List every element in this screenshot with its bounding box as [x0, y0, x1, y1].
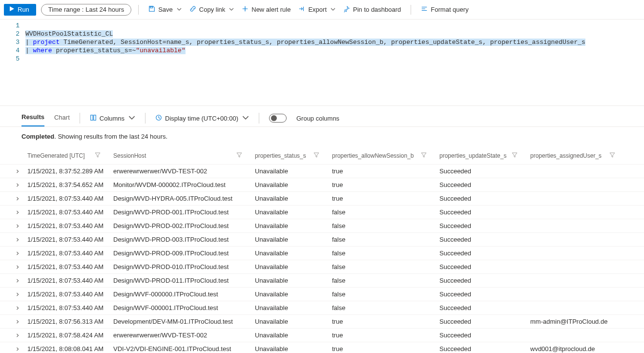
col-updatestate[interactable]: properties_updateState_s: [436, 150, 526, 161]
chevron-down-icon: [241, 114, 249, 123]
expand-row-icon[interactable]: [12, 194, 23, 203]
cell-user: [526, 238, 624, 242]
cell-host: Design/WVD-PROD-009.ITProCloud.test: [109, 248, 251, 259]
cell-status: Unavailable: [251, 343, 328, 353]
expand-row-icon[interactable]: [12, 235, 23, 244]
expand-row-icon[interactable]: [12, 167, 23, 176]
columns-icon: [90, 114, 97, 123]
save-icon: [148, 5, 155, 14]
expand-row-icon[interactable]: [12, 290, 23, 299]
filter-icon[interactable]: [236, 152, 247, 159]
table-row[interactable]: 1/15/2021, 8:07:53.440 AMDesign/WVF-0000…: [0, 288, 644, 301]
export-button[interactable]: Export: [295, 3, 338, 16]
cell-allow: false: [328, 275, 436, 286]
cell-time: 1/15/2021, 8:07:53.440 AM: [23, 234, 109, 245]
expand-row-icon[interactable]: [12, 249, 23, 258]
tab-results[interactable]: Results: [21, 110, 44, 126]
cell-allow: true: [328, 316, 436, 327]
table-row[interactable]: 1/15/2021, 8:07:53.440 AMDesign/WVD-PROD…: [0, 219, 644, 233]
code-area[interactable]: WVDHostPoolStatistic_CL | project TimeGe…: [25, 20, 644, 105]
table-row[interactable]: 1/15/2021, 8:37:54.652 AMMonitor/WVDM-00…: [0, 178, 644, 192]
cell-update: Succeeded: [436, 289, 526, 300]
cell-allow: true: [328, 193, 436, 204]
cell-user: [526, 279, 624, 283]
col-assigneduser[interactable]: properties_assignedUser_s: [526, 150, 624, 161]
table-row[interactable]: 1/15/2021, 8:07:53.440 AMDesign/WVD-PROD…: [0, 233, 644, 247]
cell-update: Succeeded: [436, 193, 526, 204]
grid-header: TimeGenerated [UTC] SessionHost properti…: [0, 147, 644, 165]
table-row[interactable]: 1/15/2021, 8:37:52.289 AMerwerewrwerwer/…: [0, 165, 644, 178]
tab-chart[interactable]: Chart: [54, 111, 70, 126]
col-allownewsession[interactable]: properties_allowNewSession_b: [328, 150, 436, 161]
grid-body: 1/15/2021, 8:37:52.289 AMerwerewrwerwer/…: [0, 165, 644, 353]
columns-button[interactable]: Columns: [90, 114, 135, 123]
table-row[interactable]: 1/15/2021, 8:07:56.313 AMDevelopment/DEV…: [0, 315, 644, 329]
cell-status: Unavailable: [251, 330, 328, 341]
run-button[interactable]: Run: [4, 4, 36, 16]
table-row[interactable]: 1/15/2021, 8:07:58.424 AMerwerewrwerwer/…: [0, 329, 644, 342]
cell-host: Design/WVD-PROD-001.ITProCloud.test: [109, 207, 251, 218]
cell-time: 1/15/2021, 8:07:53.440 AM: [23, 193, 109, 204]
format-icon: [421, 5, 428, 14]
col-status[interactable]: properties_status_s: [251, 150, 328, 161]
col-sessionhost[interactable]: SessionHost: [109, 150, 251, 161]
cell-time: 1/15/2021, 8:07:53.440 AM: [23, 248, 109, 259]
filter-icon[interactable]: [313, 152, 324, 159]
cell-host: erwerewrwerwer/WVD-TEST-002: [109, 330, 251, 341]
table-row[interactable]: 1/15/2021, 8:07:53.440 AMDesign/WVD-PROD…: [0, 247, 644, 260]
format-query-button[interactable]: Format query: [418, 3, 471, 16]
chevron-down-icon: [176, 6, 182, 13]
line-gutter: 12345: [0, 20, 25, 105]
cell-time: 1/15/2021, 8:07:53.440 AM: [23, 289, 109, 300]
table-row[interactable]: 1/15/2021, 8:07:53.440 AMDesign/WVD-PROD…: [0, 274, 644, 288]
chevron-down-icon: [228, 6, 234, 13]
cell-user: [526, 210, 624, 214]
cell-allow: true: [328, 166, 436, 177]
cell-user: [526, 169, 624, 173]
table-row[interactable]: 1/15/2021, 8:07:53.440 AMDesign/WVF-0000…: [0, 301, 644, 315]
cell-time: 1/15/2021, 8:07:53.440 AM: [23, 220, 109, 231]
col-timegenerated[interactable]: TimeGenerated [UTC]: [23, 150, 109, 161]
cell-host: Design/WVF-000001.ITProCloud.test: [109, 302, 251, 313]
filter-icon[interactable]: [421, 152, 432, 159]
pin-button[interactable]: Pin to dashboard: [340, 3, 404, 16]
cell-allow: false: [328, 289, 436, 300]
expand-row-icon[interactable]: [12, 276, 23, 285]
expand-row-icon[interactable]: [12, 208, 23, 217]
separator: [80, 113, 80, 124]
table-row[interactable]: 1/15/2021, 8:07:53.440 AMDesign/WVD-PROD…: [0, 206, 644, 219]
expand-row-icon[interactable]: [12, 263, 23, 271]
filter-icon[interactable]: [609, 152, 620, 159]
play-icon: [9, 6, 15, 13]
time-range-pill[interactable]: Time range : Last 24 hours: [41, 4, 131, 16]
cell-allow: true: [328, 179, 436, 190]
filter-icon[interactable]: [95, 152, 105, 159]
table-row[interactable]: 1/15/2021, 8:08:08.041 AMVDI-V2/VDI-ENGI…: [0, 342, 644, 353]
table-row[interactable]: 1/15/2021, 8:07:53.440 AMDesign/WVD-PROD…: [0, 260, 644, 274]
cell-time: 1/15/2021, 8:07:53.440 AM: [23, 302, 109, 313]
cell-time: 1/15/2021, 8:37:52.289 AM: [23, 166, 109, 177]
separator: [138, 5, 139, 15]
new-alert-button[interactable]: New alert rule: [239, 3, 293, 16]
time-range-label: Time range :: [48, 6, 84, 13]
copy-link-button[interactable]: Copy link: [187, 3, 237, 16]
cell-time: 1/15/2021, 8:08:08.041 AM: [23, 343, 109, 353]
separator: [259, 113, 259, 124]
filter-icon[interactable]: [512, 152, 522, 159]
expand-row-icon[interactable]: [12, 181, 23, 189]
expand-row-icon[interactable]: [12, 222, 23, 230]
cell-status: Unavailable: [251, 166, 328, 177]
expand-row-icon[interactable]: [12, 317, 23, 326]
expand-row-icon[interactable]: [12, 331, 23, 340]
table-row[interactable]: 1/15/2021, 8:07:53.440 AMDesign/WVD-HYDR…: [0, 192, 644, 206]
cell-status: Unavailable: [251, 248, 328, 259]
save-button[interactable]: Save: [145, 3, 185, 16]
expand-row-icon[interactable]: [12, 345, 23, 353]
query-editor[interactable]: 12345 WVDHostPoolStatistic_CL | project …: [0, 20, 644, 105]
expand-row-icon[interactable]: [12, 304, 23, 312]
cell-status: Unavailable: [251, 316, 328, 327]
group-columns-toggle[interactable]: [269, 114, 287, 123]
display-time-button[interactable]: Display time (UTC+00:00): [155, 114, 249, 123]
cell-status: Unavailable: [251, 289, 328, 300]
cell-allow: false: [328, 261, 436, 272]
